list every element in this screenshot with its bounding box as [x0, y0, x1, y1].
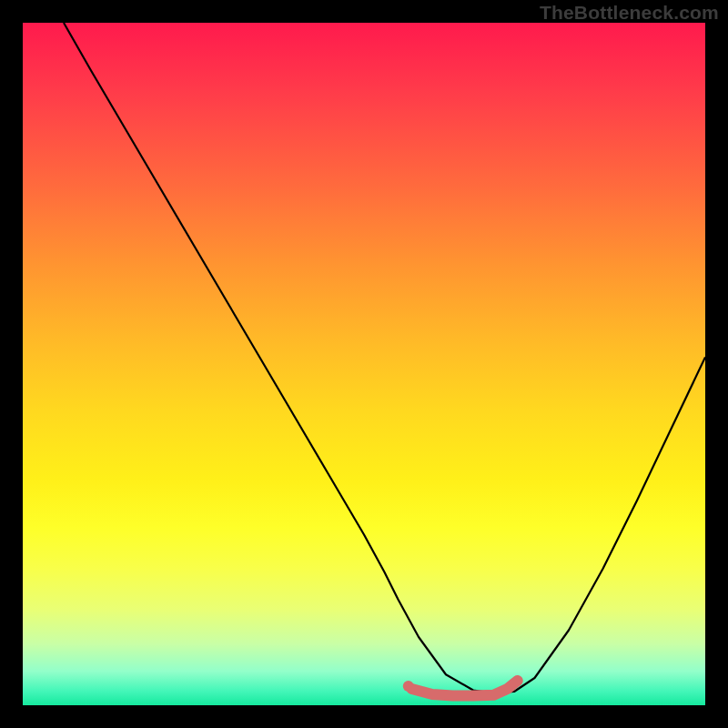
- chart-svg: [23, 23, 705, 705]
- optimal-range-line: [412, 681, 518, 696]
- chart-plot-area: [23, 23, 705, 705]
- bottleneck-curve: [64, 23, 705, 693]
- chart-frame: TheBottleneck.com: [0, 0, 728, 728]
- watermark-text: TheBottleneck.com: [540, 2, 719, 24]
